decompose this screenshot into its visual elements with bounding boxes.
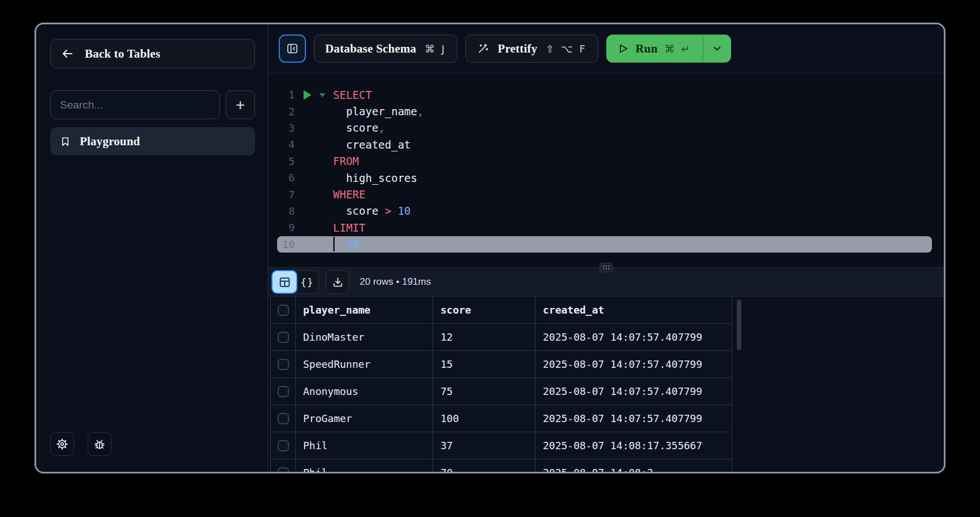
code-text: 20: [333, 237, 360, 251]
results-panel: {} 20 rows • 191ms player_namescorecreat…: [268, 267, 944, 472]
table-cell: Phil: [296, 432, 433, 459]
sql-editor[interactable]: 1SELECT2 player_name,3 score,4 created_a…: [268, 73, 944, 267]
select-all-checkbox[interactable]: [278, 305, 289, 316]
grip-dots-icon: [603, 266, 604, 267]
table-cell: ProGamer: [296, 405, 433, 432]
bookmark-icon: [60, 136, 71, 147]
table-row: Phil372025-08-07 14:08:17.355667: [271, 432, 732, 459]
line-number: 4: [277, 138, 295, 150]
settings-button[interactable]: [50, 432, 74, 456]
column-header: score: [433, 297, 536, 323]
table-cell: SpeedRunner: [296, 351, 433, 377]
table-row: Phil702025-08-07 14:08:2: [271, 459, 732, 472]
prettify-shortcut: ⇧ ⌥ F: [546, 43, 587, 55]
row-checkbox-cell: [271, 432, 296, 459]
editor-line: 1SELECT: [277, 86, 932, 103]
run-statement-icon[interactable]: [301, 89, 313, 101]
sidebar: Back to Tables + Playground: [36, 24, 268, 472]
download-results-button[interactable]: [326, 270, 349, 294]
gear-icon: [56, 438, 68, 450]
row-checkbox[interactable]: [278, 359, 289, 370]
debug-button[interactable]: [88, 432, 111, 456]
sidebar-item-playground[interactable]: Playground: [50, 127, 255, 155]
code-text: FROM: [333, 155, 359, 167]
query-status: 20 rows • 191ms: [360, 276, 431, 288]
table-cell: 100: [433, 405, 536, 432]
results-table: player_namescorecreated_atDinoMaster1220…: [270, 297, 732, 472]
row-checkbox-cell: [271, 405, 296, 432]
vertical-scrollbar-thumb[interactable]: [737, 299, 741, 350]
row-checkbox[interactable]: [278, 440, 289, 451]
row-checkbox[interactable]: [278, 332, 289, 343]
table-cell: 2025-08-07 14:07:57.407799: [536, 351, 732, 377]
code-text: WHERE: [333, 188, 365, 201]
add-query-button[interactable]: +: [226, 90, 255, 119]
fold-caret-icon[interactable]: [318, 90, 327, 99]
table-cell: Anonymous: [296, 378, 433, 405]
run-options-button[interactable]: [703, 35, 731, 62]
row-checkbox[interactable]: [278, 386, 289, 397]
editor-toolbar: Database Schema ⌘ J Prettify ⇧ ⌥ F: [268, 24, 944, 73]
back-to-tables-label: Back to Tables: [85, 47, 161, 61]
code-text: player_name,: [333, 105, 424, 118]
editor-line: 5FROM: [277, 153, 932, 170]
search-input[interactable]: [50, 90, 220, 119]
editor-line: 7WHERE: [277, 186, 932, 202]
arrow-left-icon: [61, 47, 74, 60]
table-cell: 15: [433, 351, 536, 377]
wand-icon: [477, 42, 489, 55]
json-view-button[interactable]: {}: [295, 270, 319, 294]
bug-icon: [93, 438, 106, 450]
prettify-button[interactable]: Prettify ⇧ ⌥ F: [465, 34, 598, 63]
editor-line: 2 player_name,: [277, 103, 932, 119]
run-button-group: Run ⌘ ↵: [606, 34, 731, 63]
line-number: 5: [277, 155, 295, 167]
search-row: +: [50, 90, 255, 119]
run-shortcut: ⌘ ↵: [664, 43, 692, 55]
line-number: 6: [277, 172, 295, 184]
playground-label: Playground: [80, 134, 140, 149]
sidebar-toggle-button[interactable]: [279, 34, 306, 63]
table-cell: 2025-08-07 14:07:57.407799: [536, 324, 732, 350]
line-number: 3: [277, 122, 295, 134]
line-number: 10: [277, 238, 295, 250]
prettify-label: Prettify: [498, 42, 537, 56]
table-row: SpeedRunner152025-08-07 14:07:57.407799: [271, 351, 732, 378]
row-checkbox-cell: [271, 459, 296, 472]
play-icon: [618, 43, 629, 54]
panel-resize-handle[interactable]: [599, 263, 612, 272]
table-header-row: player_namescorecreated_at: [271, 297, 732, 324]
database-schema-button[interactable]: Database Schema ⌘ J: [314, 34, 457, 63]
column-header: created_at: [536, 297, 732, 323]
table-view-button[interactable]: [271, 270, 297, 294]
code-text: LIMIT: [333, 221, 365, 234]
row-checkbox[interactable]: [278, 413, 289, 424]
table-row: Anonymous752025-08-07 14:07:57.407799: [271, 378, 732, 405]
table-cell: 70: [433, 459, 536, 472]
chevron-down-icon: [711, 43, 723, 54]
row-checkbox-cell: [271, 324, 296, 350]
back-to-tables-button[interactable]: Back to Tables: [50, 39, 255, 68]
line-number: 7: [277, 189, 295, 201]
run-button[interactable]: Run ⌘ ↵: [607, 35, 702, 62]
results-table-area: player_namescorecreated_atDinoMaster1220…: [268, 297, 944, 472]
view-switcher: {}: [271, 270, 319, 294]
code-text: created_at: [333, 138, 411, 151]
table-grid-icon: [279, 276, 291, 288]
editor-line: 3 score,: [277, 120, 932, 136]
table-cell: 2025-08-07 14:07:57.407799: [536, 405, 732, 432]
line-number: 8: [277, 205, 295, 217]
run-label: Run: [636, 42, 658, 56]
editor-line: 10 20: [277, 236, 932, 253]
column-header: player_name: [296, 297, 433, 323]
database-schema-shortcut: ⌘ J: [425, 43, 446, 55]
line-number: 2: [277, 106, 295, 118]
app-window: Back to Tables + Playground: [34, 23, 946, 473]
database-schema-label: Database Schema: [325, 42, 416, 56]
line-number: 1: [277, 89, 295, 101]
line-number: 9: [277, 221, 295, 233]
row-checkbox[interactable]: [278, 467, 289, 472]
header-checkbox-cell: [271, 297, 296, 323]
code-text: high_scores: [333, 172, 417, 184]
table-cell: 37: [433, 432, 536, 459]
